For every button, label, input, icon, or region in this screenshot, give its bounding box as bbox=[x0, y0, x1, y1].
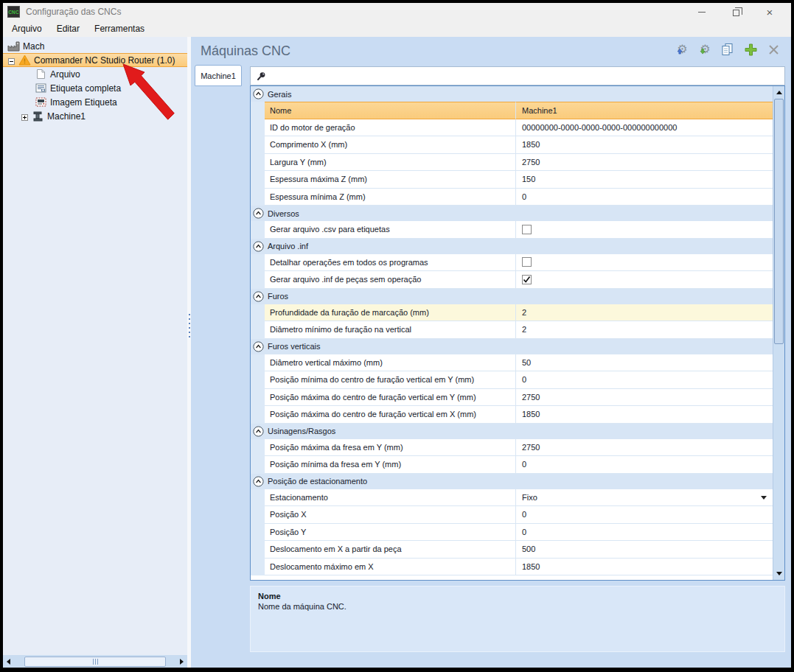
scroll-left-button[interactable] bbox=[3, 655, 14, 668]
tree-hscrollbar[interactable] bbox=[3, 655, 187, 668]
property-value[interactable]: 2750 bbox=[516, 389, 773, 407]
property-label[interactable]: Diâmetro vertical máximo (mm) bbox=[265, 354, 516, 372]
scroll-down-button[interactable] bbox=[773, 568, 784, 579]
tree-item-imagem-etiqueta[interactable]: Imagem Etiqueta bbox=[3, 95, 187, 109]
content-area: MachCommander NC Studio Router (1.0)Arqu… bbox=[3, 37, 791, 668]
property-value[interactable]: 00000000-0000-0000-0000-000000000000 bbox=[516, 119, 773, 137]
menu-ferramentas[interactable]: Ferramentas bbox=[87, 22, 152, 35]
tree-root-mach[interactable]: Mach bbox=[3, 39, 187, 53]
checkbox-checked[interactable] bbox=[522, 275, 532, 284]
tree-item-machine1[interactable]: Machine1 bbox=[3, 109, 187, 123]
grid-vscrollbar[interactable] bbox=[773, 86, 784, 580]
minimize-button[interactable] bbox=[685, 4, 719, 20]
tree-item-commander-nc-studio-router-1-0[interactable]: Commander NC Studio Router (1.0) bbox=[3, 53, 187, 67]
checkbox-unchecked[interactable] bbox=[522, 225, 532, 234]
dropdown-arrow-icon[interactable] bbox=[761, 496, 767, 500]
menu-editar[interactable]: Editar bbox=[49, 22, 87, 35]
menu-arquivo[interactable]: Arquivo bbox=[4, 22, 49, 35]
vscroll-thumb[interactable] bbox=[774, 99, 784, 344]
section-header-furos[interactable]: Furos bbox=[251, 289, 773, 304]
scroll-up-button[interactable] bbox=[773, 87, 784, 98]
property-value[interactable]: 0 bbox=[516, 524, 773, 542]
property-label[interactable]: Deslocamento máximo em X bbox=[265, 559, 516, 576]
collapse-icon[interactable] bbox=[253, 291, 264, 302]
import-machine-button[interactable]: ⚙ bbox=[674, 43, 690, 59]
search-box[interactable] bbox=[250, 66, 785, 85]
property-label[interactable]: Posição máxima do centro de furação vert… bbox=[265, 389, 516, 407]
value-text: 1850 bbox=[522, 410, 540, 419]
property-value[interactable]: 2750 bbox=[516, 154, 773, 172]
property-label[interactable]: Nome bbox=[265, 102, 516, 119]
add-machine-button[interactable] bbox=[742, 43, 759, 59]
row-gutter bbox=[251, 559, 265, 576]
section-header-usinagens-rasgos[interactable]: Usinagens/Rasgos bbox=[251, 424, 773, 439]
panel-splitter[interactable] bbox=[187, 37, 191, 668]
property-label[interactable]: Estacionamento bbox=[265, 489, 516, 507]
section-header-diversos[interactable]: Diversos bbox=[251, 206, 773, 221]
property-value[interactable]: 1850 bbox=[516, 559, 773, 576]
property-value[interactable]: 2750 bbox=[516, 439, 773, 457]
plus-expander-icon[interactable] bbox=[21, 113, 28, 119]
property-label[interactable]: Gerar arquivo .csv para etiquetas bbox=[265, 221, 516, 239]
collapse-icon[interactable] bbox=[253, 341, 264, 352]
minus-expander-icon[interactable] bbox=[8, 57, 15, 63]
collapse-icon[interactable] bbox=[253, 476, 264, 487]
property-label[interactable]: Deslocamento em X a partir da peça bbox=[265, 541, 516, 559]
checkbox-unchecked[interactable] bbox=[522, 257, 532, 267]
collapse-icon[interactable] bbox=[253, 426, 264, 437]
property-value[interactable]: 0 bbox=[516, 371, 773, 389]
delete-machine-button[interactable] bbox=[765, 43, 781, 59]
copy-machine-button[interactable] bbox=[720, 43, 736, 59]
property-value[interactable]: 50 bbox=[516, 354, 773, 372]
property-label[interactable]: Espessura máxima Z (mm) bbox=[265, 171, 516, 189]
property-label[interactable]: Detalhar operações em todos os programas bbox=[265, 254, 516, 272]
property-value[interactable]: 0 bbox=[516, 189, 773, 206]
property-value[interactable]: 2 bbox=[516, 304, 773, 322]
property-label[interactable]: Posição máxima do centro de furação vert… bbox=[265, 406, 516, 424]
collapse-icon[interactable] bbox=[253, 88, 264, 99]
property-label[interactable]: Posição X bbox=[265, 506, 516, 524]
property-label[interactable]: Profundidade da furação de marcação (mm) bbox=[265, 304, 516, 322]
tree-item-arquivo[interactable]: Arquivo bbox=[3, 67, 187, 81]
section-header-posi-o-de-estacionamento[interactable]: Posição de estacionamento bbox=[251, 474, 773, 489]
property-value[interactable]: Fixo bbox=[516, 489, 773, 507]
property-label[interactable]: Posição Y bbox=[265, 524, 516, 542]
property-value[interactable]: 1850 bbox=[516, 406, 773, 424]
property-value[interactable]: 500 bbox=[516, 541, 773, 559]
tab-machine1[interactable]: Machine1 bbox=[195, 65, 242, 86]
section-header-gerais[interactable]: Gerais bbox=[251, 86, 773, 102]
property-value[interactable]: Machine1 bbox=[516, 102, 773, 119]
collapse-icon[interactable] bbox=[253, 241, 264, 252]
close-button[interactable]: × bbox=[753, 4, 787, 20]
property-value[interactable]: 1850 bbox=[516, 136, 773, 154]
restore-button[interactable] bbox=[719, 4, 753, 20]
machines-toolbar: ⚙⚙ bbox=[674, 43, 781, 59]
hscroll-thumb[interactable] bbox=[24, 657, 166, 667]
property-value[interactable]: 150 bbox=[516, 171, 773, 189]
tree-item-label: Imagem Etiqueta bbox=[50, 97, 117, 108]
section-header-furos-verticais[interactable]: Furos verticais bbox=[251, 339, 773, 354]
property-label[interactable]: ID do motor de geração bbox=[265, 119, 516, 137]
collapse-icon[interactable] bbox=[253, 208, 264, 219]
property-value[interactable]: 2 bbox=[516, 321, 773, 339]
property-label[interactable]: Posição máxima da fresa em Y (mm) bbox=[265, 439, 516, 457]
export-machine-button[interactable]: ⚙ bbox=[697, 43, 713, 59]
property-value[interactable]: 0 bbox=[516, 506, 773, 524]
machine-icon bbox=[31, 111, 44, 122]
property-label[interactable]: Largura Y (mm) bbox=[265, 154, 516, 172]
property-value[interactable]: 0 bbox=[516, 456, 773, 474]
property-value[interactable] bbox=[516, 221, 773, 239]
property-label[interactable]: Comprimento X (mm) bbox=[265, 136, 516, 154]
scroll-right-button[interactable] bbox=[176, 655, 187, 668]
search-input[interactable] bbox=[271, 71, 784, 80]
section-header-arquivo-inf[interactable]: Arquivo .inf bbox=[251, 239, 773, 254]
property-label[interactable]: Diâmetro mínimo de furação na vertical bbox=[265, 321, 516, 339]
property-label[interactable]: Espessura mínima Z (mm) bbox=[265, 189, 516, 206]
property-label[interactable]: Posição mínima da fresa em Y (mm) bbox=[265, 456, 516, 474]
value-text: 150 bbox=[522, 175, 535, 183]
property-label[interactable]: Posição mínima do centro de furação vert… bbox=[265, 371, 516, 389]
tree-item-etiqueta-completa[interactable]: Etiqueta completa bbox=[3, 81, 187, 95]
property-value[interactable] bbox=[516, 271, 773, 289]
property-label[interactable]: Gerar arquivo .inf de peças sem operação bbox=[265, 271, 516, 289]
property-value[interactable] bbox=[516, 254, 773, 272]
